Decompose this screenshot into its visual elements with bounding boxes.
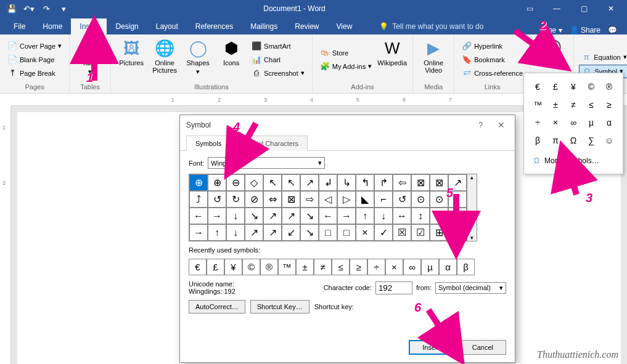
tab-mailings[interactable]: Mailings <box>242 18 286 34</box>
recent-cell[interactable]: ≠ <box>314 259 332 275</box>
char-cell[interactable]: ◇ <box>245 174 263 191</box>
char-cell[interactable]: ⇦ <box>448 208 467 224</box>
undo-icon[interactable]: ↶▾ <box>21 1 37 16</box>
char-cell[interactable]: ↳ <box>337 174 356 191</box>
shapes-button[interactable]: ◯Shapes▾ <box>182 37 213 82</box>
recent-cell[interactable]: ≥ <box>350 259 367 275</box>
hyperlink-button[interactable]: 🔗Hyperlink <box>459 40 525 52</box>
char-cell[interactable]: ↓ <box>226 208 245 224</box>
char-cell[interactable]: ⊞ <box>430 224 448 241</box>
char-cell[interactable]: ↖ <box>282 174 300 191</box>
charcode-input[interactable] <box>375 281 412 294</box>
tab-review[interactable]: Review <box>286 18 327 34</box>
char-cell[interactable]: ⊙ <box>430 191 448 208</box>
char-cell[interactable]: ⤴ <box>189 191 208 208</box>
char-cell[interactable]: ↖ <box>430 208 448 224</box>
tab-file[interactable]: File <box>5 18 34 34</box>
tab-layout[interactable]: Layout <box>147 18 187 34</box>
recent-cell[interactable]: ™ <box>278 259 296 275</box>
symbol-cell[interactable]: ¥ <box>565 78 582 95</box>
recent-cell[interactable]: ≤ <box>332 259 350 275</box>
char-cell[interactable]: ⊕ <box>208 174 226 191</box>
online-video-button[interactable]: ▶Online Video <box>418 37 449 82</box>
char-cell[interactable]: ↓ <box>374 208 393 224</box>
dialog-close-icon[interactable]: ✕ <box>494 120 509 130</box>
tab-home[interactable]: Home <box>34 18 71 34</box>
customize-qat-icon[interactable]: ▾ <box>55 1 72 16</box>
char-cell[interactable]: ⇨ <box>300 191 319 208</box>
symbol-cell[interactable]: £ <box>547 78 564 95</box>
char-cell[interactable]: □ <box>337 224 356 241</box>
char-cell[interactable]: ↑ <box>356 208 374 224</box>
recent-cell[interactable]: € <box>189 259 207 275</box>
char-cell[interactable]: ↘ <box>300 224 319 241</box>
char-cell[interactable]: ↑ <box>208 224 226 241</box>
cross-reference-button[interactable]: ⮂Cross-reference <box>459 67 525 79</box>
symbol-cell[interactable]: × <box>547 114 564 131</box>
redo-icon[interactable]: ↷ <box>38 1 54 16</box>
recent-cell[interactable]: £ <box>207 259 224 275</box>
symbol-cell[interactable]: α <box>600 114 618 131</box>
char-cell[interactable]: ↕ <box>411 208 430 224</box>
tell-me-search[interactable]: 💡 Tell me what you want to do <box>373 18 490 34</box>
bookmark-button[interactable]: 🔖Bookmark <box>459 54 525 66</box>
char-cell[interactable] <box>448 224 467 241</box>
blank-page-button[interactable]: 📄Blank Page <box>5 54 64 66</box>
char-cell[interactable]: ↘ <box>300 208 319 224</box>
char-cell[interactable]: ↗ <box>263 224 282 241</box>
save-icon[interactable]: 💾 <box>4 1 20 16</box>
char-cell[interactable]: ↔ <box>393 208 411 224</box>
char-cell[interactable]: ☑ <box>411 224 430 241</box>
char-cell[interactable]: ← <box>189 208 208 224</box>
recent-cell[interactable]: β <box>457 259 475 275</box>
recent-cell[interactable]: ± <box>296 259 314 275</box>
symbol-cell[interactable]: π <box>547 132 564 149</box>
symbol-cell[interactable]: ÷ <box>529 114 546 131</box>
grid-scrollbar[interactable]: ▴▾ <box>467 174 477 241</box>
recent-cell[interactable]: ® <box>260 259 278 275</box>
char-cell[interactable]: ⊙ <box>411 191 430 208</box>
maximize-icon[interactable]: ▢ <box>572 1 596 16</box>
symbol-cell[interactable]: € <box>529 78 546 95</box>
store-button[interactable]: 🛍Store <box>318 47 374 59</box>
autocorrect-button[interactable]: AutoCorrect… <box>189 300 245 313</box>
recent-cell[interactable]: ∞ <box>403 259 421 275</box>
char-cell[interactable]: ↙ <box>282 224 300 241</box>
cancel-button[interactable]: Cancel <box>459 340 506 355</box>
ribbon-options-icon[interactable]: ▭ <box>517 1 542 16</box>
sign-in-label[interactable]: ne ▾ <box>548 26 562 34</box>
from-select[interactable]: Symbol (decimal)▾ <box>435 282 506 294</box>
wikipedia-button[interactable]: WWikipedia <box>377 37 408 82</box>
char-cell[interactable]: ⇔ <box>263 191 282 208</box>
tab-insert[interactable]: Insert <box>71 18 107 34</box>
tab-symbols[interactable]: Symbols <box>186 135 231 151</box>
recent-cell[interactable]: × <box>385 259 403 275</box>
char-cell[interactable]: ↲ <box>319 174 337 191</box>
symbol-cell[interactable]: © <box>583 78 600 95</box>
recent-cell[interactable]: µ <box>421 259 439 275</box>
pictures-button[interactable]: 🖼Pictures <box>116 37 147 82</box>
symbol-cell[interactable]: ® <box>600 78 618 95</box>
char-cell[interactable]: ↻ <box>226 191 245 208</box>
char-cell[interactable]: ← <box>319 208 337 224</box>
symbol-cell[interactable]: ∞ <box>565 114 582 131</box>
char-cell[interactable]: × <box>356 224 374 241</box>
char-cell[interactable]: → <box>189 224 208 241</box>
char-cell[interactable]: ◁ <box>319 191 337 208</box>
char-cell[interactable]: ↓ <box>226 224 245 241</box>
char-cell[interactable]: ⊖ <box>226 174 245 191</box>
char-cell[interactable]: ⊠ <box>282 191 300 208</box>
screenshot-button[interactable]: ⎙Screenshot ▾ <box>249 67 307 79</box>
char-cell[interactable]: ☒ <box>393 224 411 241</box>
char-cell[interactable]: ↗ <box>245 224 263 241</box>
chart-button[interactable]: 📊Chart <box>249 54 307 66</box>
feedback-icon[interactable]: 💬 <box>608 26 617 34</box>
symbol-cell[interactable]: ≠ <box>565 96 582 113</box>
recent-cell[interactable]: α <box>439 259 457 275</box>
char-cell[interactable]: ↗ <box>282 208 300 224</box>
tab-design[interactable]: Design <box>107 18 147 34</box>
char-cell[interactable]: ↗ <box>300 174 319 191</box>
recent-cell[interactable]: © <box>242 259 260 275</box>
online-pictures-button[interactable]: 🌐Online Pictures <box>149 37 180 82</box>
char-cell[interactable]: ⌐ <box>374 191 393 208</box>
